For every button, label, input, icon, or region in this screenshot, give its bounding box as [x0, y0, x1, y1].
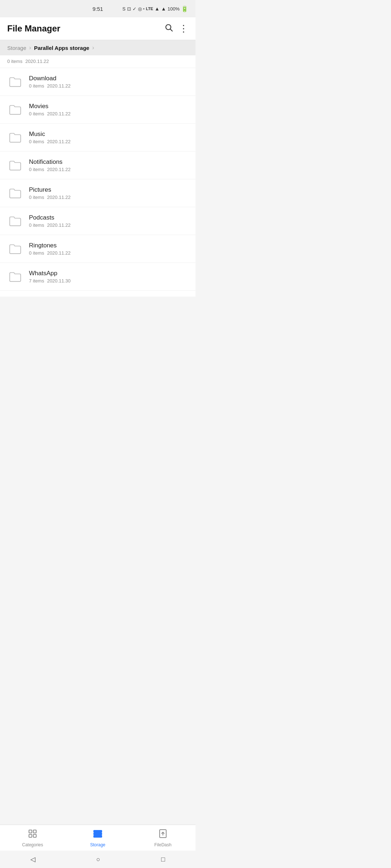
folder-icon [7, 185, 23, 201]
file-meta: 0 items 2020.11.22 [29, 195, 71, 200]
file-items: 0 items [29, 195, 44, 200]
status-bar: 9:51 S ⊡ ✓ ◎ • LTE ▲ ▲ 100% 🔋 [0, 0, 196, 17]
folder-icon [7, 129, 23, 145]
file-date: 2020.11.22 [47, 111, 71, 116]
file-date: 2020.11.30 [47, 278, 71, 284]
dot-icon: • [143, 7, 145, 11]
folder-icon [7, 74, 23, 90]
folder-icon [7, 213, 23, 229]
folder-icon [7, 102, 23, 118]
list-item[interactable]: Music 0 items 2020.11.22 [0, 124, 196, 152]
file-date: 2020.11.22 [47, 83, 71, 89]
file-name: Notifications [29, 158, 71, 166]
file-items: 0 items [29, 222, 44, 228]
file-date: 2020.11.22 [47, 222, 71, 228]
file-items: 0 items [29, 167, 44, 172]
list-item[interactable]: Notifications 0 items 2020.11.22 [0, 152, 196, 179]
breadcrumb-sep-2: › [92, 44, 94, 51]
list-item[interactable]: Pictures 0 items 2020.11.22 [0, 179, 196, 207]
cast-icon: ⊡ [127, 6, 131, 12]
file-meta: 0 items 2020.11.22 [29, 139, 71, 144]
file-items: 0 items [29, 139, 44, 144]
file-items: 0 items [29, 83, 44, 89]
list-item[interactable]: WhatsApp 7 items 2020.11.30 [0, 263, 196, 291]
file-meta: 0 items 2020.11.22 [29, 167, 71, 172]
signal-icon: ▲ [161, 6, 166, 12]
skype-icon: S [122, 6, 126, 12]
file-date: 2020.11.22 [47, 139, 71, 144]
folder-icon [7, 241, 23, 257]
file-info: Ringtones 0 items 2020.11.22 [29, 242, 71, 256]
file-name: Movies [29, 103, 71, 110]
file-items: 0 items [29, 111, 44, 116]
file-date: 2020.11.22 [47, 250, 71, 256]
app-header: File Manager ⋮ [0, 17, 196, 40]
file-name: WhatsApp [29, 270, 71, 277]
file-info: Movies 0 items 2020.11.22 [29, 103, 71, 116]
file-name: Download [29, 75, 71, 82]
file-meta: 0 items 2020.11.22 [29, 111, 71, 116]
breadcrumb-root[interactable]: Storage [7, 45, 26, 51]
breadcrumb-current[interactable]: Parallel Apps storage [34, 45, 89, 51]
wifi-icon: ▲ [155, 6, 160, 12]
file-meta: 0 items 2020.11.22 [29, 250, 71, 256]
file-items: 0 items [29, 250, 44, 256]
page-title: File Manager [7, 24, 60, 34]
file-name: Music [29, 131, 71, 138]
more-options-button[interactable]: ⋮ [179, 24, 188, 33]
list-item[interactable]: Podcasts 0 items 2020.11.22 [0, 207, 196, 235]
file-name: Podcasts [29, 214, 71, 221]
file-name: Pictures [29, 186, 71, 193]
file-items: 7 items [29, 278, 44, 284]
file-date: 2020.11.22 [47, 167, 71, 172]
status-time: 9:51 [92, 6, 103, 12]
file-meta: 0 items 2020.11.22 [29, 222, 71, 228]
file-info: Download 0 items 2020.11.22 [29, 75, 71, 89]
breadcrumb-sep-1: › [29, 44, 31, 51]
check-icon: ✓ [133, 6, 136, 12]
lte-icon: LTE [146, 7, 153, 11]
breadcrumb: Storage › Parallel Apps storage › [0, 40, 196, 55]
partial-items: 0 items [7, 59, 22, 64]
list-item[interactable]: Download 0 items 2020.11.22 [0, 68, 196, 96]
partial-date: 2020.11.22 [25, 59, 49, 64]
file-date: 2020.11.22 [47, 195, 71, 200]
battery-icon: 🔋 [181, 5, 188, 12]
svg-line-1 [171, 29, 173, 31]
file-name: Ringtones [29, 242, 71, 249]
file-info: Pictures 0 items 2020.11.22 [29, 186, 71, 200]
folder-list: Download 0 items 2020.11.22 Movies 0 ite… [0, 68, 196, 291]
file-info: Podcasts 0 items 2020.11.22 [29, 214, 71, 228]
status-icons: S ⊡ ✓ ◎ • LTE ▲ ▲ 100% 🔋 [122, 5, 188, 12]
camera-icon: ◎ [138, 6, 142, 12]
list-item[interactable]: Movies 0 items 2020.11.22 [0, 96, 196, 124]
folder-icon [7, 269, 23, 285]
header-actions: ⋮ [164, 23, 188, 34]
file-meta: 0 items 2020.11.22 [29, 83, 71, 89]
file-list: 0 items 2020.11.22 Download 0 items 2020… [0, 55, 196, 297]
file-item-partial[interactable]: 0 items 2020.11.22 [0, 55, 196, 68]
file-info: Notifications 0 items 2020.11.22 [29, 158, 71, 172]
list-item[interactable]: Ringtones 0 items 2020.11.22 [0, 235, 196, 263]
battery-percent: 100% [168, 6, 180, 12]
file-info: WhatsApp 7 items 2020.11.30 [29, 270, 71, 284]
file-info: Music 0 items 2020.11.22 [29, 131, 71, 144]
search-button[interactable] [164, 23, 173, 34]
file-meta: 7 items 2020.11.30 [29, 278, 71, 284]
folder-icon [7, 157, 23, 173]
